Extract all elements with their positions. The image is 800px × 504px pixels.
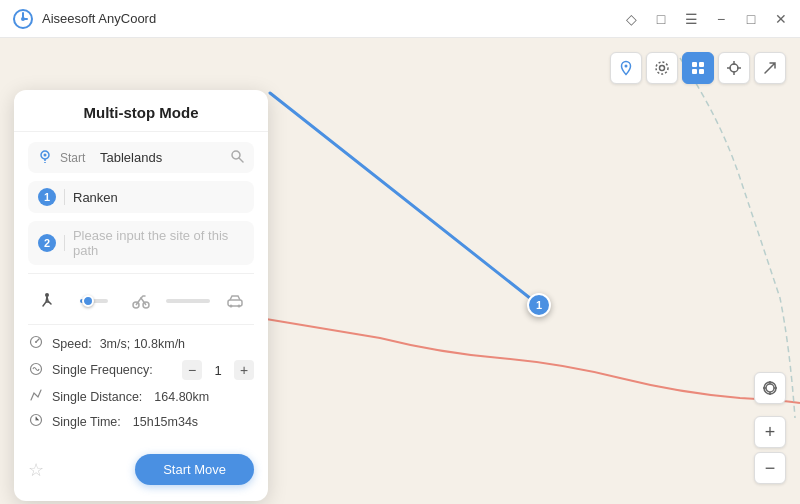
- distance-label: Single Distance:: [52, 390, 142, 404]
- close-icon[interactable]: ✕: [774, 12, 788, 26]
- svg-line-26: [239, 158, 243, 162]
- titlebar: Aiseesoft AnyCoord ◇ □ ☰ − □ ✕: [0, 0, 800, 38]
- minimize-icon[interactable]: −: [714, 12, 728, 26]
- map-area[interactable]: 1: [0, 38, 800, 504]
- walk-btn[interactable]: [28, 288, 66, 314]
- frequency-increase-btn[interactable]: +: [234, 360, 254, 380]
- app-logo: [12, 8, 34, 30]
- export-btn[interactable]: [754, 52, 786, 84]
- distance-row: Single Distance: 164.80km: [28, 384, 254, 409]
- diamond-icon[interactable]: ◇: [624, 12, 638, 26]
- frequency-label: Single Frequency:: [52, 363, 153, 377]
- time-value: 15h15m34s: [133, 415, 198, 429]
- car-btn[interactable]: [216, 288, 254, 314]
- time-icon: [28, 413, 44, 430]
- waypoint-num-2: 2: [38, 234, 56, 252]
- divider-2: [28, 324, 254, 325]
- menu-icon[interactable]: ☰: [684, 12, 698, 26]
- zoom-in-btn[interactable]: +: [754, 416, 786, 448]
- zoom-controls: + −: [754, 372, 786, 484]
- frequency-value: 1: [210, 363, 226, 378]
- frequency-icon: [28, 362, 44, 379]
- grid-btn[interactable]: [682, 52, 714, 84]
- distance-value: 164.80km: [154, 390, 209, 404]
- zoom-out-btn[interactable]: −: [754, 452, 786, 484]
- crosshair-btn[interactable]: [718, 52, 750, 84]
- start-move-btn[interactable]: Start Move: [135, 454, 254, 485]
- svg-rect-9: [692, 69, 697, 74]
- transport-row: [28, 280, 254, 318]
- svg-point-31: [230, 305, 233, 308]
- waypoint-divider-2: [64, 235, 65, 251]
- speed-label: Speed:: [52, 337, 92, 351]
- waypoint-text-1: Ranken: [73, 190, 118, 205]
- bike-btn[interactable]: [122, 288, 160, 314]
- speed-value: 3m/s; 10.8km/h: [100, 337, 185, 351]
- svg-point-4: [625, 65, 628, 68]
- svg-rect-7: [692, 62, 697, 67]
- speed-slider[interactable]: [80, 299, 108, 303]
- start-label: Start: [60, 151, 92, 165]
- waypoint-placeholder-2: Please input the site of this path: [73, 228, 244, 258]
- waypoint-num-1: 1: [38, 188, 56, 206]
- panel-body: Start Tablelands 1 Ranken: [14, 132, 268, 444]
- divider-1: [28, 273, 254, 274]
- panel-footer: ☆ Start Move: [14, 444, 268, 485]
- location-pin-btn[interactable]: [610, 52, 642, 84]
- svg-point-32: [238, 305, 241, 308]
- map-toolbar: [610, 52, 786, 84]
- map-marker-1: 1: [527, 293, 551, 317]
- svg-rect-8: [699, 62, 704, 67]
- settings-btn[interactable]: [646, 52, 678, 84]
- time-row: Single Time: 15h15m34s: [28, 409, 254, 434]
- svg-point-5: [660, 66, 665, 71]
- frequency-row: Single Frequency: − 1 +: [28, 356, 254, 384]
- frequency-decrease-btn[interactable]: −: [182, 360, 202, 380]
- svg-point-16: [766, 384, 774, 392]
- search-icon[interactable]: [230, 149, 244, 166]
- favorite-btn[interactable]: ☆: [28, 459, 44, 481]
- frequency-controls: − 1 +: [182, 360, 254, 380]
- waypoint-divider-1: [64, 189, 65, 205]
- slider-thumb: [82, 295, 94, 307]
- svg-point-6: [656, 62, 668, 74]
- svg-point-11: [730, 64, 738, 72]
- app-title: Aiseesoft AnyCoord: [42, 11, 156, 26]
- time-label: Single Time:: [52, 415, 121, 429]
- svg-point-1: [21, 17, 25, 21]
- speed-icon: [28, 335, 44, 352]
- maximize-icon[interactable]: □: [744, 12, 758, 26]
- start-value: Tablelands: [100, 150, 222, 165]
- panel: Multi-stop Mode Start Tablelands: [14, 90, 268, 501]
- speed-row: Speed: 3m/s; 10.8km/h: [28, 331, 254, 356]
- svg-point-34: [35, 341, 37, 343]
- start-row[interactable]: Start Tablelands: [28, 142, 254, 173]
- waypoint-row-1[interactable]: 1 Ranken: [28, 181, 254, 213]
- distance-icon: [28, 388, 44, 405]
- square-icon[interactable]: □: [654, 12, 668, 26]
- panel-title: Multi-stop Mode: [14, 90, 268, 132]
- locate-btn[interactable]: [754, 372, 786, 404]
- start-location-icon: [38, 149, 52, 166]
- waypoint-row-2[interactable]: 2 Please input the site of this path: [28, 221, 254, 265]
- svg-rect-10: [699, 69, 704, 74]
- svg-point-23: [44, 154, 47, 157]
- marker-label: 1: [536, 299, 542, 311]
- window-controls: ◇ □ ☰ − □ ✕: [624, 12, 788, 26]
